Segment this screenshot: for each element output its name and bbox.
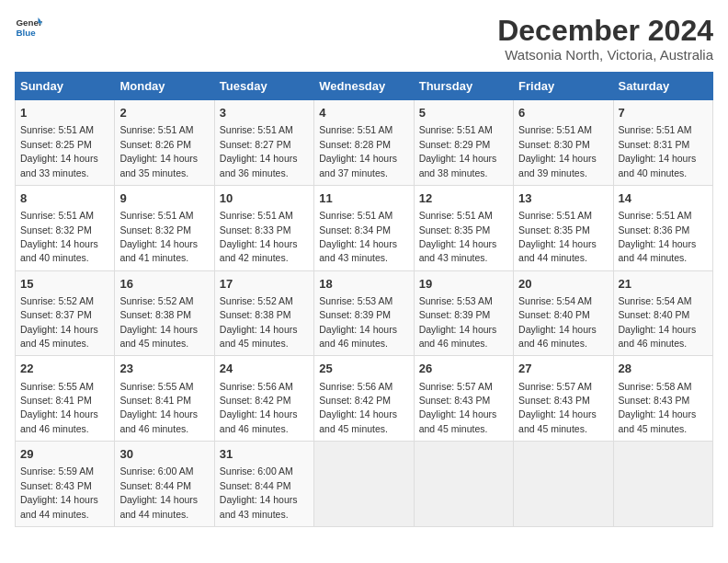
day-number: 9 xyxy=(119,190,209,207)
day-number: 22 xyxy=(20,361,109,377)
sunset-text: Sunset: 8:44 PM xyxy=(220,480,291,491)
day-number: 11 xyxy=(319,190,408,207)
week-row-5: 29Sunrise: 5:59 AMSunset: 8:43 PMDayligh… xyxy=(16,442,713,527)
main-title: December 2024 xyxy=(497,15,713,47)
day-number: 16 xyxy=(119,276,209,293)
day-number: 7 xyxy=(619,105,708,121)
daylight-text: Daylight: 14 hours and 46 minutes. xyxy=(419,324,497,349)
sunset-text: Sunset: 8:38 PM xyxy=(220,309,291,320)
daylight-text: Daylight: 14 hours and 45 minutes. xyxy=(220,324,298,349)
sunrise-text: Sunrise: 5:51 AM xyxy=(419,210,493,221)
sunrise-text: Sunrise: 5:54 AM xyxy=(518,295,592,306)
day-number: 30 xyxy=(119,446,209,463)
calendar-cell xyxy=(314,442,414,527)
sunset-text: Sunset: 8:41 PM xyxy=(119,395,191,406)
sunrise-text: Sunrise: 5:51 AM xyxy=(619,210,692,221)
daylight-text: Daylight: 14 hours and 39 minutes. xyxy=(518,153,597,178)
sunset-text: Sunset: 8:35 PM xyxy=(518,224,590,236)
daylight-text: Daylight: 14 hours and 46 minutes. xyxy=(119,408,198,433)
sunrise-text: Sunrise: 5:51 AM xyxy=(319,124,392,135)
daylight-text: Daylight: 14 hours and 44 minutes. xyxy=(518,238,597,263)
day-number: 31 xyxy=(220,446,309,463)
day-number: 21 xyxy=(619,276,708,293)
sunset-text: Sunset: 8:27 PM xyxy=(220,139,291,150)
sunrise-text: Sunrise: 5:52 AM xyxy=(220,295,293,306)
calendar-cell: 26Sunrise: 5:57 AMSunset: 8:43 PMDayligh… xyxy=(414,356,513,442)
daylight-text: Daylight: 14 hours and 42 minutes. xyxy=(220,238,298,263)
daylight-text: Daylight: 14 hours and 45 minutes. xyxy=(518,408,597,433)
sunrise-text: Sunrise: 5:53 AM xyxy=(319,295,392,306)
sunset-text: Sunset: 8:41 PM xyxy=(20,395,92,406)
daylight-text: Daylight: 14 hours and 33 minutes. xyxy=(20,153,98,178)
calendar-cell xyxy=(514,442,613,527)
calendar-cell: 14Sunrise: 5:51 AMSunset: 8:36 PMDayligh… xyxy=(613,185,712,270)
calendar-cell: 1Sunrise: 5:51 AMSunset: 8:25 PMDaylight… xyxy=(16,100,115,186)
daylight-text: Daylight: 14 hours and 44 minutes. xyxy=(119,494,198,519)
sunset-text: Sunset: 8:35 PM xyxy=(419,224,491,236)
daylight-text: Daylight: 14 hours and 41 minutes. xyxy=(119,238,198,263)
day-number: 26 xyxy=(419,361,508,377)
calendar-cell xyxy=(613,442,712,527)
sunrise-text: Sunrise: 5:51 AM xyxy=(220,124,293,135)
sunset-text: Sunset: 8:38 PM xyxy=(119,309,191,320)
day-number: 6 xyxy=(518,105,608,121)
sunset-text: Sunset: 8:25 PM xyxy=(20,139,92,150)
sunrise-text: Sunrise: 5:58 AM xyxy=(619,381,692,392)
day-number: 17 xyxy=(220,276,309,293)
header-thursday: Thursday xyxy=(414,73,513,100)
logo: General Blue xyxy=(15,15,42,42)
week-row-2: 8Sunrise: 5:51 AMSunset: 8:32 PMDaylight… xyxy=(16,185,713,270)
daylight-text: Daylight: 14 hours and 45 minutes. xyxy=(20,324,98,349)
calendar-cell: 28Sunrise: 5:58 AMSunset: 8:43 PMDayligh… xyxy=(613,356,712,442)
daylight-text: Daylight: 14 hours and 38 minutes. xyxy=(419,153,497,178)
header-saturday: Saturday xyxy=(613,73,712,100)
week-row-4: 22Sunrise: 5:55 AMSunset: 8:41 PMDayligh… xyxy=(16,356,713,442)
daylight-text: Daylight: 14 hours and 44 minutes. xyxy=(20,494,98,519)
sunset-text: Sunset: 8:31 PM xyxy=(619,139,690,150)
sunset-text: Sunset: 8:40 PM xyxy=(518,309,590,320)
daylight-text: Daylight: 14 hours and 45 minutes. xyxy=(619,408,697,433)
calendar-cell: 20Sunrise: 5:54 AMSunset: 8:40 PMDayligh… xyxy=(514,270,613,356)
sunrise-text: Sunrise: 5:51 AM xyxy=(119,210,193,221)
week-row-1: 1Sunrise: 5:51 AMSunset: 8:25 PMDaylight… xyxy=(16,100,713,186)
daylight-text: Daylight: 14 hours and 46 minutes. xyxy=(220,408,298,433)
sunset-text: Sunset: 8:29 PM xyxy=(419,139,491,150)
calendar-cell: 21Sunrise: 5:54 AMSunset: 8:40 PMDayligh… xyxy=(613,270,712,356)
sunrise-text: Sunrise: 5:51 AM xyxy=(619,124,692,135)
daylight-text: Daylight: 14 hours and 45 minutes. xyxy=(419,408,497,433)
day-number: 27 xyxy=(518,361,608,377)
sunset-text: Sunset: 8:42 PM xyxy=(220,395,291,406)
sunrise-text: Sunrise: 5:54 AM xyxy=(619,295,692,306)
calendar-cell: 2Sunrise: 5:51 AMSunset: 8:26 PMDaylight… xyxy=(115,100,214,186)
sunset-text: Sunset: 8:42 PM xyxy=(319,395,391,406)
day-number: 24 xyxy=(220,361,309,377)
sunset-text: Sunset: 8:40 PM xyxy=(619,309,690,320)
day-number: 13 xyxy=(518,190,608,207)
sunrise-text: Sunrise: 5:51 AM xyxy=(319,210,392,221)
sunrise-text: Sunrise: 5:51 AM xyxy=(518,124,592,135)
sunset-text: Sunset: 8:36 PM xyxy=(619,224,690,236)
day-number: 15 xyxy=(20,276,109,293)
day-number: 23 xyxy=(119,361,209,377)
sunrise-text: Sunrise: 6:00 AM xyxy=(220,465,293,477)
calendar-cell: 10Sunrise: 5:51 AMSunset: 8:33 PMDayligh… xyxy=(214,185,313,270)
sunset-text: Sunset: 8:37 PM xyxy=(20,309,92,320)
daylight-text: Daylight: 14 hours and 45 minutes. xyxy=(319,408,397,433)
sunset-text: Sunset: 8:39 PM xyxy=(319,309,391,320)
calendar-cell: 22Sunrise: 5:55 AMSunset: 8:41 PMDayligh… xyxy=(16,356,115,442)
day-number: 10 xyxy=(220,190,309,207)
calendar-cell: 11Sunrise: 5:51 AMSunset: 8:34 PMDayligh… xyxy=(314,185,414,270)
day-number: 19 xyxy=(419,276,508,293)
sunrise-text: Sunrise: 5:51 AM xyxy=(419,124,493,135)
day-number: 29 xyxy=(20,446,109,463)
header-sunday: Sunday xyxy=(16,73,115,100)
sunrise-text: Sunrise: 5:53 AM xyxy=(419,295,493,306)
daylight-text: Daylight: 14 hours and 46 minutes. xyxy=(319,324,397,349)
calendar-cell: 24Sunrise: 5:56 AMSunset: 8:42 PMDayligh… xyxy=(214,356,313,442)
logo-icon: General Blue xyxy=(15,15,42,42)
sunset-text: Sunset: 8:43 PM xyxy=(518,395,590,406)
sunrise-text: Sunrise: 5:55 AM xyxy=(20,381,94,392)
day-number: 8 xyxy=(20,190,109,207)
calendar-cell: 12Sunrise: 5:51 AMSunset: 8:35 PMDayligh… xyxy=(414,185,513,270)
week-row-3: 15Sunrise: 5:52 AMSunset: 8:37 PMDayligh… xyxy=(16,270,713,356)
